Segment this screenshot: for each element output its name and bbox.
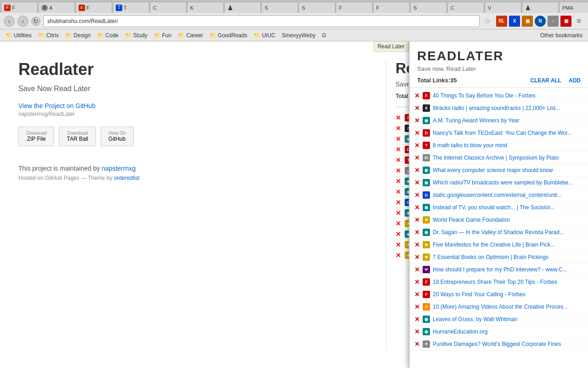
tab-14[interactable]: V	[485, 2, 521, 13]
popup-close-21[interactable]: ✕	[414, 340, 420, 348]
bookmark-uiuc[interactable]: 📁 UIUC	[252, 31, 277, 40]
popup-close-1[interactable]: ✕	[414, 92, 420, 99]
tab-15[interactable]: ♟	[522, 2, 559, 13]
preview-close-9[interactable]: ✕	[396, 199, 402, 206]
address-bar[interactable]: shubhanshu.com/ReadLater/	[43, 15, 480, 27]
tab-9[interactable]: S	[299, 2, 335, 13]
refresh-button[interactable]: ↻	[31, 17, 40, 26]
popup-link-7[interactable]: What every computer science major should…	[433, 167, 583, 173]
popup-link-9[interactable]: static.googleusercontent.com/external_co…	[433, 192, 583, 198]
add-button[interactable]: ADD	[569, 77, 581, 84]
bookmark-career[interactable]: 📁 Career	[176, 31, 205, 40]
popup-link-5[interactable]: 8 math talks to blow your mind	[433, 142, 583, 149]
popup-link-8[interactable]: Which radio/TV broadcasts were sampled b…	[433, 179, 583, 186]
preview-close-10[interactable]: ✕	[396, 209, 402, 217]
popup-link-4[interactable]: Nancy's Talk from TEDxEast: You Can Chan…	[433, 130, 583, 136]
extension-icon-3[interactable]: ▣	[522, 16, 533, 27]
preview-close-12[interactable]: ✕	[396, 230, 402, 238]
tab-8[interactable]: S	[261, 2, 298, 13]
tab-12[interactable]: S	[410, 2, 447, 13]
popup-link-2[interactable]: 8tracks radio | amazing soundtracks | 22…	[433, 105, 583, 111]
bookmark-design[interactable]: 📁 Design	[63, 31, 92, 40]
popup-close-9[interactable]: ✕	[414, 191, 420, 199]
popup-close-4[interactable]: ✕	[414, 129, 420, 137]
popup-close-6[interactable]: ✕	[414, 154, 420, 161]
popup-close-18[interactable]: ✕	[414, 303, 420, 310]
extension-icon-2[interactable]: X	[509, 16, 520, 27]
tab-4[interactable]: T T	[113, 2, 149, 13]
popup-close-8[interactable]: ✕	[414, 179, 420, 186]
popup-link-12[interactable]: Dr. Sagan — In the Valley of Shadow Revi…	[433, 229, 583, 236]
preview-close-4[interactable]: ✕	[396, 146, 402, 153]
popup-link-13[interactable]: Five Manifestos for the Creative Life | …	[433, 242, 583, 248]
tab-5[interactable]: C	[150, 2, 187, 13]
popup-close-5[interactable]: ✕	[414, 142, 420, 149]
preview-close-7[interactable]: ✕	[396, 178, 402, 185]
preview-close-8[interactable]: ✕	[396, 188, 402, 196]
popup-close-2[interactable]: ✕	[414, 104, 420, 112]
popup-close-12[interactable]: ✕	[414, 229, 420, 236]
tab-2[interactable]: A A	[38, 2, 75, 13]
popup-close-19[interactable]: ✕	[414, 316, 420, 323]
popup-link-18[interactable]: 10 (More) Amazing Videos About the Creat…	[433, 304, 583, 310]
popup-close-11[interactable]: ✕	[414, 216, 420, 224]
forward-button[interactable]: ›	[17, 16, 28, 27]
preview-close-3[interactable]: ✕	[396, 135, 402, 143]
tab-7[interactable]: ♟	[224, 2, 261, 13]
popup-link-16[interactable]: 18 Entrepreneurs Share Their Top 20 Tips…	[433, 279, 583, 285]
extension-icon-7[interactable]: ≡	[573, 16, 584, 27]
popup-link-20[interactable]: HumaneEducation.org	[433, 328, 583, 335]
preview-close-13[interactable]: ✕	[396, 241, 402, 248]
back-button[interactable]: ‹	[4, 16, 15, 27]
popup-link-17[interactable]: 20 Ways to Find Your Calling - Forbes	[433, 291, 583, 298]
preview-close-1[interactable]: ✕	[396, 114, 402, 121]
popup-close-7[interactable]: ✕	[414, 167, 420, 174]
popup-close-20[interactable]: ✕	[414, 328, 420, 335]
popup-close-16[interactable]: ✕	[414, 278, 420, 286]
bookmark-smewyyweby[interactable]: SmevyyWeby	[280, 31, 317, 40]
popup-link-1[interactable]: 40 Things To Say Before You Die - Forbes	[433, 92, 583, 99]
preview-close-6[interactable]: ✕	[396, 167, 402, 174]
popup-link-15[interactable]: How should I prepare for my PhD intervie…	[433, 266, 583, 273]
maintained-link[interactable]: napsterrnxg	[102, 165, 136, 172]
bookmark-fun[interactable]: 📁 Fun	[152, 31, 174, 40]
popup-close-13[interactable]: ✕	[414, 241, 420, 248]
popup-close-14[interactable]: ✕	[414, 253, 420, 261]
preview-close-5[interactable]: ✕	[396, 156, 402, 164]
hosted-link[interactable]: orderedlist	[114, 175, 140, 181]
bookmark-utilities[interactable]: 📁 Utilities	[4, 31, 34, 40]
popup-close-10[interactable]: ✕	[414, 204, 420, 211]
popup-link-21[interactable]: Punitive Damages? World's Biggest Corpor…	[433, 341, 583, 347]
tab-pma[interactable]: PMA	[559, 2, 588, 13]
popup-link-10[interactable]: Instead of TV, you should watch... | The…	[433, 204, 583, 211]
bookmark-goodreads[interactable]: 📁 GoodReads	[208, 31, 249, 40]
bookmark-study[interactable]: 📁 Study	[123, 31, 149, 40]
read-later-bookmark[interactable]: Read Later	[373, 41, 409, 52]
popup-link-11[interactable]: World Peace Game Foundation	[433, 217, 583, 223]
extension-icon-6[interactable]: ▣	[560, 16, 571, 27]
popup-link-6[interactable]: The Internet Classics Archive | Symposiu…	[433, 155, 583, 161]
extension-icon-4[interactable]: N	[535, 16, 546, 27]
bookmark-citrix[interactable]: 📁 Citrix	[36, 31, 61, 40]
extension-icon-5[interactable]: ○	[548, 16, 559, 27]
tab-13[interactable]: C	[447, 2, 484, 13]
tab-3[interactable]: F F	[75, 2, 112, 13]
tab-10[interactable]: F	[336, 2, 373, 13]
download-zip-button[interactable]: Download ZIP File	[18, 126, 54, 146]
bookmark-g[interactable]: G	[320, 31, 328, 40]
popup-link-14[interactable]: 7 Essential Books on Optimism | Brain Pi…	[433, 254, 583, 260]
bookmark-code[interactable]: 📁 Code	[95, 31, 120, 40]
github-link[interactable]: View the Project on GitHub	[18, 102, 96, 109]
preview-close-11[interactable]: ✕	[396, 220, 402, 227]
bookmark-star-icon[interactable]: ☆	[484, 17, 493, 26]
download-tar-button[interactable]: Download TAR Ball	[59, 126, 96, 146]
view-github-button[interactable]: View On GitHub	[101, 126, 134, 146]
tab-1[interactable]: F F	[1, 2, 38, 13]
popup-link-19[interactable]: Leaves of Grass, by Walt Whitman	[433, 316, 583, 322]
preview-close-2[interactable]: ✕	[396, 125, 402, 132]
popup-close-3[interactable]: ✕	[414, 117, 420, 124]
tab-11[interactable]: F	[373, 2, 410, 13]
preview-close-14[interactable]: ✕	[396, 252, 402, 259]
popup-close-15[interactable]: ✕	[414, 266, 420, 273]
tab-6[interactable]: K	[187, 2, 224, 13]
